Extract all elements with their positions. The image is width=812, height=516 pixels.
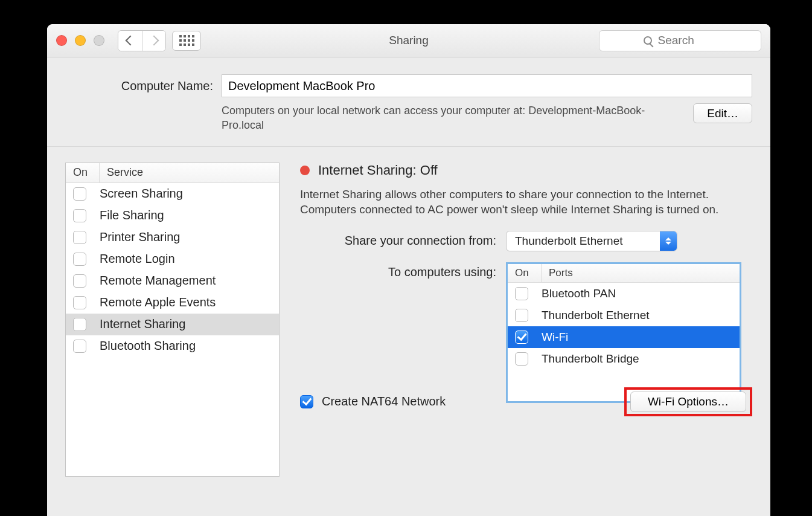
port-checkbox[interactable] xyxy=(515,309,528,322)
bottom-row: Create NAT64 Network Wi-Fi Options… xyxy=(300,387,752,416)
port-row[interactable]: Thunderbolt Ethernet xyxy=(508,305,740,326)
chevron-left-icon xyxy=(125,36,135,46)
port-row[interactable]: Bluetooth PAN xyxy=(508,283,740,305)
service-checkbox[interactable] xyxy=(73,340,86,353)
services-section: On Service Screen SharingFile SharingPri… xyxy=(47,147,770,509)
service-name: Printer Sharing xyxy=(100,230,180,244)
service-name: Remote Login xyxy=(100,252,175,266)
edit-hostname-button[interactable]: Edit… xyxy=(693,103,752,123)
port-checkbox[interactable] xyxy=(515,287,528,300)
share-from-row: Share your connection from: Thunderbolt … xyxy=(300,231,752,251)
status-row: Internet Sharing: Off xyxy=(300,163,752,178)
sharing-prefpane-window: Sharing Computer Name: Computers on your… xyxy=(47,24,770,516)
titlebar: Sharing xyxy=(47,24,770,57)
ports-col-ports[interactable]: Ports xyxy=(542,267,573,279)
service-checkbox[interactable] xyxy=(73,209,86,222)
to-computers-row: To computers using: On Ports Bluetooth P… xyxy=(300,262,752,403)
port-name: Thunderbolt Ethernet xyxy=(542,309,650,322)
checkbox-icon xyxy=(300,395,313,408)
back-button[interactable] xyxy=(118,31,142,51)
computer-name-description: Computers on your local network can acce… xyxy=(222,103,693,133)
nat64-label: Create NAT64 Network xyxy=(322,395,446,408)
window-controls xyxy=(56,35,104,46)
status-title: Internet Sharing: Off xyxy=(318,163,438,178)
computer-name-section: Computer Name: Computers on your local n… xyxy=(47,57,770,147)
ports-header: On Ports xyxy=(508,264,740,283)
service-row[interactable]: File Sharing xyxy=(66,205,279,227)
show-all-prefs-button[interactable] xyxy=(172,31,201,51)
service-name: Remote Management xyxy=(100,274,216,288)
minimize-window-button[interactable] xyxy=(75,35,86,46)
service-row[interactable]: Remote Apple Events xyxy=(66,292,279,314)
nav-group xyxy=(118,30,166,51)
wifi-options-button[interactable]: Wi-Fi Options… xyxy=(630,392,746,412)
services-col-service[interactable]: Service xyxy=(100,166,279,179)
wifi-options-highlight: Wi-Fi Options… xyxy=(624,387,752,416)
close-window-button[interactable] xyxy=(56,35,67,46)
service-row[interactable]: Bluetooth Sharing xyxy=(66,335,279,357)
service-name: Screen Sharing xyxy=(100,187,183,201)
service-detail-pane: Internet Sharing: Off Internet Sharing a… xyxy=(300,163,752,414)
service-row[interactable]: Remote Login xyxy=(66,248,279,270)
service-name: Bluetooth Sharing xyxy=(100,339,196,353)
service-row[interactable]: Internet Sharing xyxy=(66,314,279,335)
port-checkbox[interactable] xyxy=(515,352,528,366)
status-indicator-icon xyxy=(300,166,310,175)
service-checkbox[interactable] xyxy=(73,231,86,244)
service-name: Remote Apple Events xyxy=(100,295,216,309)
service-description: Internet Sharing allows other computers … xyxy=(300,187,752,218)
port-checkbox[interactable] xyxy=(515,331,528,344)
port-row[interactable]: Thunderbolt Bridge xyxy=(508,348,740,370)
port-name: Bluetooth PAN xyxy=(542,287,616,300)
services-table: On Service Screen SharingFile SharingPri… xyxy=(65,163,280,477)
port-row[interactable]: Wi-Fi xyxy=(508,326,740,348)
ports-col-on[interactable]: On xyxy=(508,264,542,282)
to-computers-label: To computers using: xyxy=(300,262,496,279)
service-name: File Sharing xyxy=(100,208,164,222)
service-name: Internet Sharing xyxy=(100,317,185,331)
service-checkbox[interactable] xyxy=(73,274,86,288)
computer-name-input[interactable] xyxy=(222,74,752,97)
ports-table: On Ports Bluetooth PANThunderbolt Ethern… xyxy=(506,262,741,403)
search-icon xyxy=(644,36,652,45)
services-col-on[interactable]: On xyxy=(66,163,100,182)
search-field[interactable] xyxy=(599,30,761,51)
search-input[interactable] xyxy=(657,33,717,48)
service-checkbox[interactable] xyxy=(73,296,86,309)
services-header: On Service xyxy=(66,163,279,183)
port-name: Thunderbolt Bridge xyxy=(542,352,639,366)
port-name: Wi-Fi xyxy=(542,331,568,344)
service-row[interactable]: Screen Sharing xyxy=(66,183,279,205)
service-row[interactable]: Printer Sharing xyxy=(66,227,279,248)
select-stepper-icon xyxy=(660,231,677,251)
computer-name-label: Computer Name: xyxy=(65,79,213,93)
share-from-select[interactable]: Thunderbolt Ethernet xyxy=(506,231,677,251)
service-checkbox[interactable] xyxy=(73,253,86,266)
share-from-label: Share your connection from: xyxy=(300,231,496,248)
service-checkbox[interactable] xyxy=(73,318,86,331)
grid-icon xyxy=(179,35,194,46)
nat64-checkbox[interactable]: Create NAT64 Network xyxy=(300,395,446,408)
share-from-value: Thunderbolt Ethernet xyxy=(507,234,660,248)
forward-button[interactable] xyxy=(142,31,165,51)
chevron-right-icon xyxy=(149,36,159,46)
service-checkbox[interactable] xyxy=(73,187,86,201)
service-row[interactable]: Remote Management xyxy=(66,270,279,292)
zoom-window-button[interactable] xyxy=(94,35,104,46)
